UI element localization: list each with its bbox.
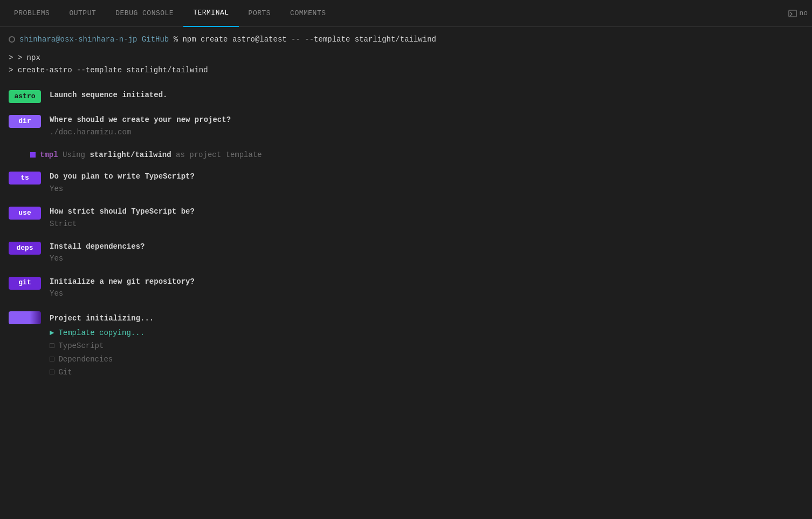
prompt-circle-icon	[9, 36, 15, 43]
badge-use: use	[9, 207, 41, 220]
npx-section: > > npx > create-astro --template starli…	[9, 52, 803, 76]
step-initializing-question: Project initializing...	[50, 312, 154, 324]
step-initializing: Project initializing... ► Template copyi…	[9, 310, 803, 378]
tab-bar: PROBLEMS OUTPUT DEBUG CONSOLE TERMINAL P…	[0, 0, 812, 27]
prompt-line: shinhara@osx-shinhara-n-jp GitHub % npm …	[9, 33, 803, 45]
badge-ts: ts	[9, 172, 41, 185]
init-typescript-checkbox: □	[50, 340, 54, 352]
step-ts: ts Do you plan to write TypeScript? Yes	[9, 170, 803, 195]
init-dependencies-text: Dependencies	[58, 353, 113, 365]
prompt-host: shinhara@osx-shinhara-n-jp GitHub	[19, 35, 169, 44]
step-dir-question: Where should we create your new project?	[50, 114, 231, 126]
tab-problems[interactable]: PROBLEMS	[4, 0, 59, 27]
step-deps-question: Install dependencies?	[50, 241, 144, 252]
terminal-icon	[788, 9, 797, 18]
svg-rect-0	[789, 10, 796, 17]
new-terminal-button[interactable]: no	[788, 9, 808, 18]
tab-output[interactable]: OUTPUT	[59, 0, 106, 27]
step-astro-content: Launch sequence initiated.	[50, 89, 167, 101]
step-dir-content: Where should we create your new project?…	[50, 114, 231, 138]
step-ts-answer: Yes	[50, 183, 195, 195]
step-use: use How strict should TypeScript be? Str…	[9, 206, 803, 230]
step-deps-content: Install dependencies? Yes	[50, 241, 144, 265]
step-dir: dir Where should we create your new proj…	[9, 114, 803, 138]
step-git-question: Initialize a new git repository?	[50, 276, 195, 288]
step-deps-answer: Yes	[50, 252, 144, 264]
init-template-copying-row: ► Template copying...	[50, 327, 154, 339]
step-git: git Initialize a new git repository? Yes	[9, 276, 803, 300]
step-use-content: How strict should TypeScript be? Strict	[50, 206, 195, 230]
prompt-text: shinhara@osx-shinhara-n-jp GitHub % npm …	[19, 33, 436, 45]
step-dir-answer: ./doc.haramizu.com	[50, 126, 231, 138]
init-dependencies-row: □ Dependencies	[50, 353, 154, 365]
step-git-content: Initialize a new git repository? Yes	[50, 276, 195, 300]
tmpl-row: tmpl Using starlight/tailwind as project…	[9, 149, 803, 161]
badge-progress	[9, 311, 41, 324]
init-git-row: □ Git	[50, 366, 154, 378]
tmpl-value: starlight/tailwind	[90, 151, 171, 159]
badge-deps: deps	[9, 242, 41, 255]
tab-terminal[interactable]: TERMINAL	[183, 0, 238, 27]
step-ts-content: Do you plan to write TypeScript? Yes	[50, 170, 195, 195]
npx-line-1: > > npx	[9, 52, 803, 64]
prompt-command: npm create astro@latest -- --template st…	[182, 35, 436, 44]
step-astro: astro Launch sequence initiated.	[9, 89, 803, 103]
tab-bar-right: no	[788, 9, 808, 18]
tab-comments[interactable]: COMMENTS	[280, 0, 335, 27]
tab-debug-console[interactable]: DEBUG CONSOLE	[106, 0, 183, 27]
prompt-symbol: %	[174, 35, 183, 44]
init-typescript-text: TypeScript	[58, 340, 104, 352]
tmpl-bullet-icon	[30, 152, 36, 158]
tmpl-text: tmpl Using starlight/tailwind as project…	[40, 149, 262, 161]
badge-astro: astro	[9, 90, 41, 103]
badge-dir: dir	[9, 115, 41, 128]
init-git-text: Git	[58, 366, 72, 378]
step-git-answer: Yes	[50, 288, 195, 299]
new-terminal-label: no	[799, 9, 808, 17]
tmpl-using: Using	[63, 151, 90, 159]
init-dependencies-checkbox: □	[50, 353, 54, 365]
tab-ports[interactable]: PORTS	[239, 0, 281, 27]
init-typescript-row: □ TypeScript	[50, 340, 154, 352]
step-use-question: How strict should TypeScript be?	[50, 206, 195, 217]
step-initializing-content: Project initializing... ► Template copyi…	[50, 312, 154, 378]
init-git-checkbox: □	[50, 366, 54, 378]
step-astro-question: Launch sequence initiated.	[50, 89, 167, 101]
npx-line-2: > create-astro --template starlight/tail…	[9, 64, 803, 76]
tmpl-as: as project template	[176, 151, 262, 159]
init-template-copying-text: Template copying...	[58, 327, 144, 339]
step-deps: deps Install dependencies? Yes	[9, 241, 803, 265]
step-ts-question: Do you plan to write TypeScript?	[50, 170, 195, 182]
step-use-answer: Strict	[50, 218, 195, 230]
terminal-body: shinhara@osx-shinhara-n-jp GitHub % npm …	[0, 27, 812, 395]
badge-git: git	[9, 277, 41, 290]
tmpl-label: tmpl	[40, 151, 58, 159]
arrow-right-icon: ►	[50, 327, 54, 339]
